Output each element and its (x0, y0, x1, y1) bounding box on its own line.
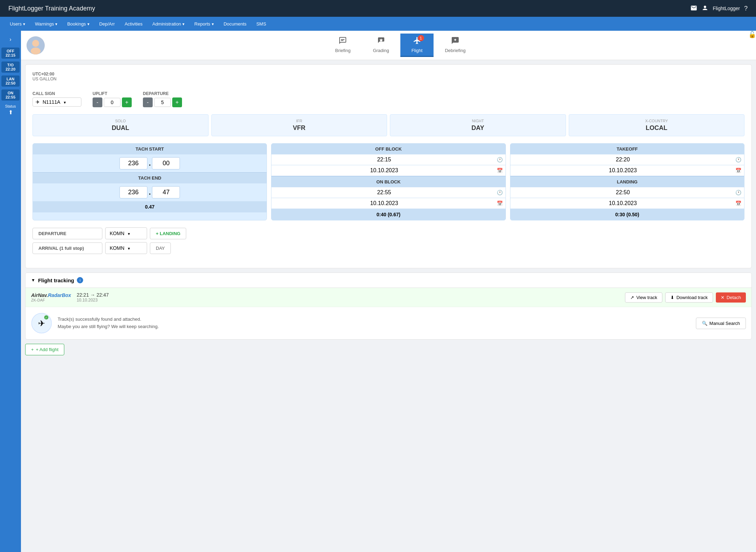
sidebar-event-lan[interactable]: LAN 22:50 (1, 75, 20, 87)
utc-fuel-label: UTC+02:00 US GALLON (32, 72, 744, 86)
departure-airport-select[interactable]: KOMN (105, 227, 147, 239)
tab-briefing[interactable]: Briefing (324, 34, 362, 57)
vfr-value: VFR (220, 124, 379, 132)
help-icon[interactable]: ? (744, 5, 748, 12)
departure-fuel-group: DEPARTURE - 5 + (143, 91, 182, 107)
sidebar-event-off[interactable]: OFF 22:15 (1, 48, 20, 59)
takeoff-time: 22:20 (513, 157, 733, 163)
night-label: NIGHT (399, 119, 557, 123)
landing-time-icon[interactable]: 🕐 (735, 190, 741, 195)
departure-row: DEPARTURE KOMN + LANDING (32, 227, 744, 239)
tach-end-dec-input[interactable] (152, 186, 180, 198)
nav-item-activities[interactable]: Activities (121, 19, 147, 29)
takeoff-time-row: 22:20 🕐 (510, 154, 744, 165)
lock-icon[interactable]: 🔓 (748, 31, 756, 38)
call-sign-select[interactable]: ✈ N1111A (32, 97, 81, 107)
top-fields-row: CALL SIGN ✈ N1111A UPLIFT - 0 + (32, 91, 744, 107)
search-icon: 🔍 (702, 321, 707, 326)
nav-item-warnings[interactable]: Warnings (31, 19, 61, 29)
dual-value: DUAL (41, 124, 200, 132)
off-block-cal-icon[interactable]: 📅 (497, 168, 503, 173)
radar-brand-name: AirNav.RadarBox (31, 292, 71, 298)
day-type-badge: DAY (150, 242, 171, 254)
takeoff-time-icon[interactable]: 🕐 (735, 157, 741, 162)
nav-item-deparr[interactable]: Dep/Arr (95, 19, 119, 29)
flight-type-local[interactable]: X-COUNTRY LOCAL (569, 114, 745, 136)
uplift-plus-button[interactable]: + (122, 97, 132, 107)
landing-cal-icon[interactable]: 📅 (735, 201, 741, 206)
main-layout: › OFF 22:15 T/O 22:20 LAN 22:50 ON 22:55… (0, 31, 756, 552)
user-area: FlightLogger ? (690, 5, 748, 13)
tracking-collapse-icon[interactable]: ▼ (31, 278, 35, 283)
departure-label: DEPARTURE (143, 91, 182, 96)
tracking-found-message: Track(s) successfully found and attached… (58, 316, 690, 331)
departure-minus-button[interactable]: - (143, 97, 153, 107)
app-title: FlightLogger Training Academy (8, 5, 95, 12)
landing-time: 22:50 (513, 189, 733, 196)
student-avatar[interactable] (27, 36, 45, 55)
departure-airport-value: KOMN (110, 231, 124, 236)
tab-flight[interactable]: 1 Flight (400, 34, 434, 57)
tracking-header: ▼ Flight tracking i (26, 273, 751, 288)
departure-plus-button[interactable]: + (172, 97, 182, 107)
sidebar-event-to[interactable]: T/O 22:20 (1, 61, 20, 73)
flight-type-day[interactable]: NIGHT DAY (390, 114, 566, 136)
on-block-time-icon[interactable]: 🕐 (497, 190, 503, 195)
landing-date-row: 10.10.2023 📅 (510, 198, 744, 209)
flight-type-dual[interactable]: SOLO DUAL (32, 114, 209, 136)
track-time-range: 22:21 → 22:47 10.10.2023 (77, 292, 109, 303)
tach-total: 0.47 (33, 201, 267, 212)
tracking-attached-row: AirNav.RadarBox ZK-DAF 22:21 → 22:47 10.… (26, 288, 751, 307)
user-avatar-icon[interactable] (702, 5, 708, 13)
on-block-date-row: 10.10.2023 📅 (271, 198, 505, 209)
off-block-time-icon[interactable]: 🕐 (497, 157, 503, 162)
tach-start-dec-input[interactable] (152, 157, 180, 169)
flight-type-vfr[interactable]: IFR VFR (211, 114, 387, 136)
airnav-text: AirNav. (31, 292, 48, 298)
tab-debriefing[interactable]: Debriefing (434, 34, 477, 57)
takeoff-cal-icon[interactable]: 📅 (735, 168, 741, 173)
track-date: 10.10.2023 (77, 298, 109, 303)
nav-item-reports[interactable]: Reports (190, 19, 218, 29)
svg-rect-4 (341, 39, 344, 40)
email-icon[interactable] (690, 5, 697, 13)
svg-point-0 (704, 6, 706, 8)
call-sign-dropdown-icon (63, 99, 67, 105)
main-content: Briefing Grading (21, 31, 756, 552)
uplift-control: - 0 + (93, 97, 132, 107)
tach-end-int-input[interactable] (119, 186, 147, 198)
sidebar-event-on[interactable]: ON 22:55 (1, 89, 20, 101)
takeoff-date-row: 10.10.2023 📅 (510, 165, 744, 176)
tracking-info-icon[interactable]: i (77, 277, 83, 283)
detach-icon: ✕ (721, 295, 725, 300)
tach-end-inputs: . (33, 183, 267, 201)
detach-button[interactable]: ✕ Detach (716, 292, 746, 303)
nav-item-documents[interactable]: Documents (219, 19, 251, 29)
add-landing-button[interactable]: + LANDING (150, 228, 186, 239)
off-block-time-row: 22:15 🕐 (271, 154, 505, 165)
download-track-button[interactable]: ⬇ Download track (665, 292, 713, 303)
tach-start-int-input[interactable] (119, 157, 147, 169)
sidebar-toggle-button[interactable]: › (7, 34, 14, 45)
arrival-airport-select[interactable]: KOMN (105, 242, 147, 254)
administration-dropdown-icon (182, 21, 184, 27)
view-track-button[interactable]: ↗ View track (625, 292, 662, 303)
user-label[interactable]: FlightLogger (713, 6, 740, 11)
tab-grading[interactable]: Grading (362, 34, 400, 57)
nav-item-sms[interactable]: SMS (252, 19, 270, 29)
add-flight-plus-icon: + (31, 347, 34, 352)
sidebar-status[interactable]: Status ⬆ (3, 103, 17, 117)
track-callsign: ZK-DAF (31, 298, 45, 302)
nav-bar: Users Warnings Bookings Dep/Arr Activiti… (0, 17, 756, 31)
departure-control: - 5 + (143, 97, 182, 107)
add-flight-button[interactable]: + + Add flight (25, 344, 64, 355)
nav-item-administration[interactable]: Administration (148, 19, 189, 29)
uplift-minus-button[interactable]: - (93, 97, 102, 107)
manual-search-button[interactable]: 🔍 Manual Search (696, 318, 746, 329)
on-block-cal-icon[interactable]: 📅 (497, 201, 503, 206)
tach-card: TACH START . TACH END . 0.47 (32, 143, 267, 220)
svg-rect-5 (341, 40, 343, 41)
uplift-label: UPLIFT (93, 91, 132, 96)
nav-item-users[interactable]: Users (6, 19, 29, 29)
nav-item-bookings[interactable]: Bookings (63, 19, 93, 29)
